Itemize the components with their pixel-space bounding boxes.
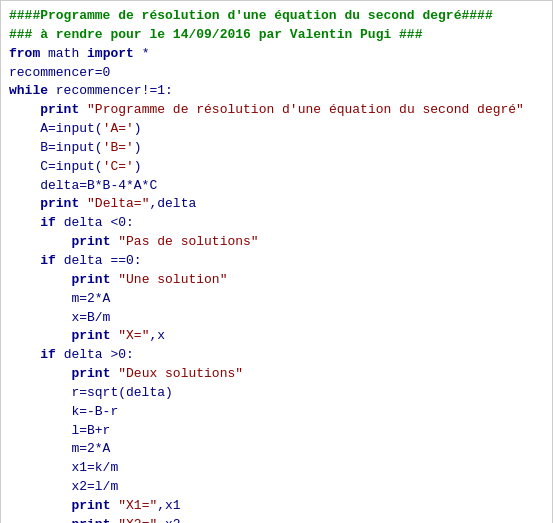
code-token: "X1=" [110, 498, 157, 513]
code-token: ) [134, 121, 142, 136]
code-token: recommencer!=1: [48, 83, 173, 98]
code-line: A=input('A=') [9, 120, 544, 139]
code-token: k=-B-r [9, 404, 118, 419]
code-token [9, 366, 71, 381]
code-token: C=input( [9, 159, 103, 174]
code-token: "Une solution" [110, 272, 227, 287]
code-token: delta=B*B-4*A*C [9, 178, 157, 193]
code-token [9, 347, 40, 362]
code-token [9, 517, 71, 523]
code-line: print "Pas de solutions" [9, 233, 544, 252]
code-token: 'B=' [103, 140, 134, 155]
code-token: "Deux solutions" [110, 366, 243, 381]
code-token: * [134, 46, 150, 61]
code-editor: ####Programme de résolution d'une équati… [0, 0, 553, 523]
code-line: m=2*A [9, 290, 544, 309]
code-line: print "Deux solutions" [9, 365, 544, 384]
code-token: delta >0: [56, 347, 134, 362]
code-token: "X2=" [110, 517, 157, 523]
code-token: "Delta=" [79, 196, 149, 211]
code-token [9, 498, 71, 513]
code-line: C=input('C=') [9, 158, 544, 177]
code-token: "Pas de solutions" [110, 234, 258, 249]
code-token: import [87, 46, 134, 61]
code-line: print "X2=",x2 [9, 516, 544, 523]
code-token: 'A=' [103, 121, 134, 136]
code-line: if delta ==0: [9, 252, 544, 271]
code-line: from math import * [9, 45, 544, 64]
code-line: x=B/m [9, 309, 544, 328]
code-line: while recommencer!=1: [9, 82, 544, 101]
code-token: print [71, 517, 110, 523]
code-token: print [40, 102, 79, 117]
code-token [9, 215, 40, 230]
code-token: "X=" [110, 328, 149, 343]
code-token: delta <0: [56, 215, 134, 230]
code-line: if delta <0: [9, 214, 544, 233]
code-token: print [71, 498, 110, 513]
code-token: ### à rendre pour le 14/09/2016 par Vale… [9, 27, 422, 42]
code-line: m=2*A [9, 440, 544, 459]
code-token [9, 234, 71, 249]
code-token: print [71, 366, 110, 381]
code-token: m=2*A [9, 291, 110, 306]
code-token: ) [134, 159, 142, 174]
code-line: delta=B*B-4*A*C [9, 177, 544, 196]
code-line: B=input('B=') [9, 139, 544, 158]
code-token: print [71, 234, 110, 249]
code-line: if delta >0: [9, 346, 544, 365]
code-token: ####Programme de résolution d'une équati… [9, 8, 493, 23]
code-token: print [40, 196, 79, 211]
code-token: r=sqrt(delta) [9, 385, 173, 400]
code-token: if [40, 215, 56, 230]
code-token: while [9, 83, 48, 98]
code-token: A=input( [9, 121, 103, 136]
code-token: ,delta [149, 196, 196, 211]
code-line: l=B+r [9, 422, 544, 441]
code-line: ####Programme de résolution d'une équati… [9, 7, 544, 26]
code-line: print "Delta=",delta [9, 195, 544, 214]
code-token: ,x [149, 328, 165, 343]
code-token [9, 253, 40, 268]
code-line: print "Une solution" [9, 271, 544, 290]
code-line: print "X=",x [9, 327, 544, 346]
code-token: x=B/m [9, 310, 110, 325]
code-line: x2=l/m [9, 478, 544, 497]
code-token [9, 102, 40, 117]
code-token: B=input( [9, 140, 103, 155]
code-line: k=-B-r [9, 403, 544, 422]
code-token: recommencer=0 [9, 65, 110, 80]
code-line: print "X1=",x1 [9, 497, 544, 516]
code-token [9, 328, 71, 343]
code-token: m=2*A [9, 441, 110, 456]
code-token: 'C=' [103, 159, 134, 174]
code-token: ) [134, 140, 142, 155]
code-line: x1=k/m [9, 459, 544, 478]
code-token: if [40, 347, 56, 362]
code-token: from [9, 46, 40, 61]
code-line: ### à rendre pour le 14/09/2016 par Vale… [9, 26, 544, 45]
code-token: x1=k/m [9, 460, 118, 475]
code-token: delta ==0: [56, 253, 142, 268]
code-line: print "Programme de résolution d'une équ… [9, 101, 544, 120]
code-token: print [71, 328, 110, 343]
code-token: ,x1 [157, 498, 180, 513]
code-token: math [40, 46, 87, 61]
code-token: l=B+r [9, 423, 110, 438]
code-token: ,x2 [157, 517, 180, 523]
code-token [9, 272, 71, 287]
code-token: x2=l/m [9, 479, 118, 494]
code-line: r=sqrt(delta) [9, 384, 544, 403]
code-token [9, 196, 40, 211]
code-line: recommencer=0 [9, 64, 544, 83]
code-token: "Programme de résolution d'une équation … [79, 102, 524, 117]
code-token: print [71, 272, 110, 287]
code-token: if [40, 253, 56, 268]
